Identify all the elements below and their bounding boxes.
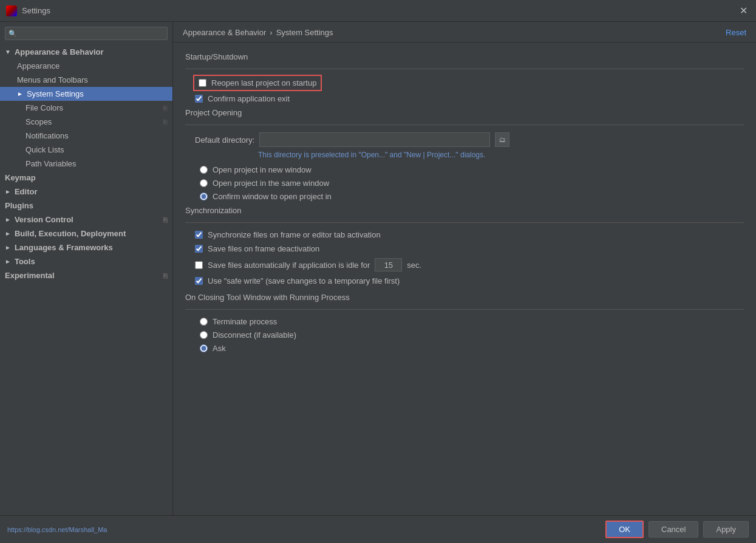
save-deactivation-label[interactable]: Save files on frame deactivation [208, 244, 319, 253]
expand-icon: ► [5, 230, 11, 237]
save-deactivation-checkbox[interactable] [195, 245, 203, 253]
synchronization-title: Synchronization [185, 206, 744, 215]
title-bar-left: Settings [6, 5, 50, 16]
close-button[interactable]: ✕ [737, 4, 750, 18]
main-content: Appearance & Behavior › System Settings … [173, 22, 756, 515]
sidebar-item-plugins[interactable]: Plugins [0, 199, 172, 213]
breadcrumb-separator: › [270, 28, 272, 37]
reopen-highlighted: Reopen last project on startup [195, 77, 320, 89]
sidebar-item-keymap[interactable]: Keymap [0, 171, 172, 185]
idle-unit-label: sec. [407, 261, 421, 270]
default-directory-input[interactable] [259, 132, 490, 147]
confirm-window-row: Confirm window to open project in [185, 192, 744, 201]
safe-write-label[interactable]: Use "safe write" (save changes to a temp… [208, 276, 400, 285]
ask-radio[interactable] [200, 344, 208, 352]
window-title: Settings [22, 6, 50, 15]
project-opening-title: Project Opening [185, 108, 744, 117]
reopen-last-project-label[interactable]: Reopen last project on startup [211, 78, 316, 87]
sidebar-item-scopes[interactable]: Scopes ⎘ [0, 115, 172, 129]
expand-icon: ► [5, 244, 11, 251]
apply-button[interactable]: Apply [703, 521, 749, 538]
default-directory-row: Default directory: 🗂 [185, 132, 744, 147]
copy-icon: ⎘ [163, 104, 168, 112]
sidebar-item-languages-frameworks[interactable]: ► Languages & Frameworks [0, 241, 172, 254]
sidebar-item-appearance-behavior[interactable]: ▼ Appearance & Behavior [0, 45, 172, 59]
same-window-label[interactable]: Open project in the same window [213, 179, 329, 188]
breadcrumb-part2: System Settings [276, 28, 333, 37]
synchronization-section: Synchronization Synchronize files on fra… [185, 206, 744, 285]
breadcrumb: Appearance & Behavior › System Settings … [173, 22, 756, 43]
ok-button[interactable]: OK [605, 521, 644, 538]
footer-buttons: OK Cancel Apply [605, 521, 749, 538]
safe-write-row: Use "safe write" (save changes to a temp… [185, 276, 744, 285]
expand-icon: ▼ [5, 49, 11, 55]
same-window-row: Open project in the same window [185, 179, 744, 188]
reopen-last-project-row: Reopen last project on startup [185, 77, 744, 89]
expand-icon: ► [5, 188, 11, 195]
dialog-body: 🔍 ▼ Appearance & Behavior Appearance Men… [0, 22, 756, 515]
copy-icon: ⎘ [163, 118, 168, 126]
sidebar-item-version-control[interactable]: ► Version Control ⎘ [0, 213, 172, 227]
sidebar-item-menus-toolbars[interactable]: Menus and Toolbars [0, 73, 172, 87]
same-window-radio[interactable] [200, 179, 208, 187]
save-idle-label[interactable]: Save files automatically if application … [208, 261, 370, 270]
idle-seconds-input[interactable] [375, 258, 402, 272]
browse-button[interactable]: 🗂 [495, 132, 509, 147]
disconnect-radio[interactable] [200, 331, 208, 339]
sidebar-item-notifications[interactable]: Notifications [0, 129, 172, 143]
search-icon: 🔍 [9, 30, 17, 38]
app-icon [6, 5, 17, 16]
sync-files-label[interactable]: Synchronize files on frame or editor tab… [208, 230, 381, 239]
disconnect-row: Disconnect (if available) [185, 330, 744, 340]
dialog-footer: https://blog.csdn.net/Marshall_Ma OK Can… [0, 515, 756, 543]
new-window-label[interactable]: Open project in new window [213, 165, 312, 174]
settings-dialog: Settings ✕ 🔍 ▼ Appearance & Behavior App… [0, 0, 756, 543]
closing-tool-window-section: On Closing Tool Window with Running Proc… [185, 293, 744, 353]
expand-icon: ► [5, 258, 11, 265]
sidebar-item-editor[interactable]: ► Editor [0, 185, 172, 199]
terminate-label[interactable]: Terminate process [213, 317, 277, 326]
startup-shutdown-title: Startup/Shutdown [185, 52, 744, 61]
copy-icon: ⎘ [163, 216, 168, 224]
sidebar: 🔍 ▼ Appearance & Behavior Appearance Men… [0, 22, 173, 515]
expand-icon: ► [5, 216, 11, 223]
confirm-exit-checkbox[interactable] [195, 95, 203, 103]
closing-tool-window-title: On Closing Tool Window with Running Proc… [185, 293, 744, 302]
footer-url: https://blog.csdn.net/Marshall_Ma [7, 526, 107, 533]
ask-row: Ask [185, 344, 744, 353]
confirm-window-radio[interactable] [200, 193, 208, 200]
sidebar-item-quick-lists[interactable]: Quick Lists [0, 143, 172, 157]
sidebar-item-build-execution[interactable]: ► Build, Execution, Deployment [0, 227, 172, 241]
confirm-exit-label[interactable]: Confirm application exit [208, 94, 290, 103]
search-box: 🔍 [5, 27, 168, 40]
title-bar: Settings ✕ [0, 0, 756, 22]
save-idle-checkbox[interactable] [195, 261, 203, 269]
directory-hint: This directory is preselected in "Open..… [185, 151, 744, 159]
save-idle-row: Save files automatically if application … [185, 258, 744, 272]
ask-label[interactable]: Ask [213, 344, 226, 353]
default-directory-label: Default directory: [195, 135, 254, 145]
sidebar-item-experimental[interactable]: Experimental ⎘ [0, 268, 172, 282]
cancel-button[interactable]: Cancel [649, 521, 698, 538]
copy-icon: ⎘ [163, 272, 168, 279]
sidebar-item-tools[interactable]: ► Tools [0, 254, 172, 268]
reset-button[interactable]: Reset [726, 28, 746, 37]
settings-panel: Startup/Shutdown Reopen last project on … [173, 43, 756, 515]
sidebar-item-file-colors[interactable]: File Colors ⎘ [0, 101, 172, 115]
search-input[interactable] [5, 27, 168, 40]
confirm-window-label[interactable]: Confirm window to open project in [213, 192, 332, 201]
new-window-row: Open project in new window [185, 165, 744, 174]
safe-write-checkbox[interactable] [195, 277, 203, 285]
new-window-radio[interactable] [200, 166, 208, 174]
terminate-radio[interactable] [200, 318, 208, 326]
disconnect-label[interactable]: Disconnect (if available) [213, 330, 296, 340]
expand-icon: ► [17, 90, 23, 97]
sync-files-checkbox[interactable] [195, 231, 203, 239]
confirm-exit-row: Confirm application exit [185, 94, 744, 103]
reopen-last-project-checkbox[interactable] [199, 79, 206, 87]
breadcrumb-part1: Appearance & Behavior [183, 28, 266, 37]
terminate-row: Terminate process [185, 317, 744, 326]
sidebar-item-path-variables[interactable]: Path Variables [0, 157, 172, 171]
sidebar-item-system-settings[interactable]: ► System Settings [0, 87, 172, 101]
sidebar-item-appearance[interactable]: Appearance [0, 59, 172, 73]
